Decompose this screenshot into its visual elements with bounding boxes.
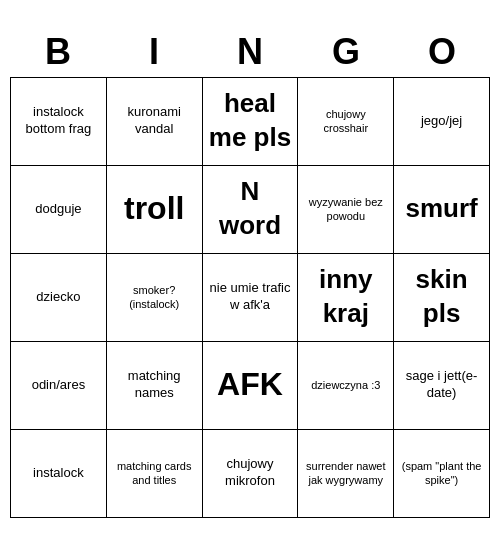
bingo-grid: instalock bottom fragkuronami vandalheal… <box>10 77 490 518</box>
bingo-cell: skin pls <box>394 254 490 342</box>
bingo-cell: matching cards and titles <box>107 430 203 518</box>
bingo-cell: troll <box>107 166 203 254</box>
bingo-cell: kuronami vandal <box>107 78 203 166</box>
bingo-cell: odin/ares <box>11 342 107 430</box>
bingo-header: BINGO <box>10 27 490 77</box>
bingo-cell: N word <box>203 166 299 254</box>
header-letter: B <box>10 27 106 77</box>
bingo-cell: smurf <box>394 166 490 254</box>
bingo-cell: surrender nawet jak wygrywamy <box>298 430 394 518</box>
bingo-cell: chujowy mikrofon <box>203 430 299 518</box>
header-letter: O <box>394 27 490 77</box>
bingo-cell: instalock bottom frag <box>11 78 107 166</box>
bingo-cell: dziewczyna :3 <box>298 342 394 430</box>
bingo-cell: AFK <box>203 342 299 430</box>
bingo-cell: matching names <box>107 342 203 430</box>
bingo-cell: chujowy crosshair <box>298 78 394 166</box>
header-letter: N <box>202 27 298 77</box>
bingo-cell: heal me pls <box>203 78 299 166</box>
bingo-cell: instalock <box>11 430 107 518</box>
bingo-cell: sage i jett(e-date) <box>394 342 490 430</box>
bingo-cell: dodguje <box>11 166 107 254</box>
bingo-cell: dziecko <box>11 254 107 342</box>
bingo-cell: wyzywanie bez powodu <box>298 166 394 254</box>
header-letter: G <box>298 27 394 77</box>
header-letter: I <box>106 27 202 77</box>
bingo-cell: jego/jej <box>394 78 490 166</box>
bingo-cell: smoker? (instalock) <box>107 254 203 342</box>
bingo-card: BINGO instalock bottom fragkuronami vand… <box>10 27 490 518</box>
bingo-cell: (spam "plant the spike") <box>394 430 490 518</box>
bingo-cell: inny kraj <box>298 254 394 342</box>
bingo-cell: nie umie trafic w afk'a <box>203 254 299 342</box>
